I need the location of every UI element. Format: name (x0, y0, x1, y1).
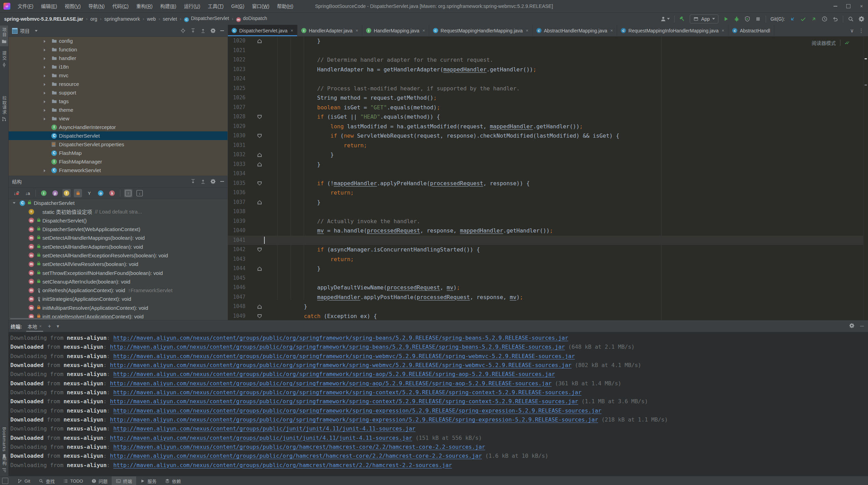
line-number[interactable]: 1029 (228, 122, 245, 131)
code-line-1041[interactable]: 1041 (228, 236, 863, 245)
fold-marker-icon[interactable] (258, 134, 262, 138)
run-with-coverage-button[interactable] (744, 16, 750, 22)
code-line-1031[interactable]: 1031return; (228, 141, 863, 150)
expand-all-button[interactable] (190, 179, 196, 184)
statusbar-item-services[interactable]: 服务 (136, 476, 161, 485)
stripe-tab-commit[interactable]: 提交 (0, 49, 8, 70)
tree-item-i18n[interactable]: i18n (9, 62, 228, 71)
settings-gear-button[interactable] (210, 179, 216, 184)
line-number[interactable]: 1037 (228, 198, 245, 207)
artifact-link[interactable]: http://maven.aliyun.com/nexus/content/gr… (113, 371, 555, 377)
editor-tab-AbstractHandl[interactable]: CAbstractHandl (728, 25, 774, 36)
code-line-1034[interactable]: 1034 (228, 169, 863, 179)
menu-T[interactable]: 工具(T) (204, 0, 228, 12)
chevron-right-icon[interactable] (44, 66, 46, 69)
artifact-link[interactable]: http://maven.aliyun.com/nexus/content/gr… (113, 389, 582, 396)
statusbar-item-problems[interactable]: 问题 (87, 476, 112, 485)
fold-marker-icon[interactable] (258, 248, 262, 252)
expand-all-button[interactable] (190, 28, 196, 33)
line-number[interactable]: 1024 (228, 74, 245, 84)
settings-gear-button[interactable] (210, 28, 216, 33)
statusbar-item-search[interactable]: 查找 (34, 476, 59, 485)
terminal-dropdown-icon[interactable]: ▼ (56, 324, 60, 329)
artifact-link[interactable]: http://maven.aliyun.com/nexus/content/gr… (113, 353, 575, 359)
chevron-down-icon[interactable] (13, 202, 16, 204)
git-update-button[interactable] (789, 16, 796, 22)
code-line-1026[interactable]: 1026String method = request.getMethod(); (228, 93, 863, 103)
breadcrumb-item[interactable]: web (147, 16, 156, 22)
artifact-link[interactable]: http://maven.aliyun.com/nexus/content/gr… (110, 398, 578, 405)
chevron-right-icon[interactable] (44, 57, 46, 60)
menu-GitG[interactable]: Git(G) (228, 0, 248, 12)
project-view-dropdown-icon[interactable] (35, 30, 38, 32)
chevron-right-icon[interactable] (44, 169, 46, 172)
show-anonymous-classes-button[interactable]: o (97, 189, 105, 197)
structure-horizontal-scrollbar[interactable] (10, 318, 113, 319)
editor-scrollbar-stripe[interactable] (863, 36, 868, 320)
fold-marker-icon[interactable] (258, 162, 262, 167)
structure-member[interactable]: msetDetectAllHandlerExceptionResolvers(b… (9, 251, 228, 260)
close-icon[interactable]: × (39, 324, 42, 329)
code-line-1023[interactable]: 1023HandlerAdapter ha = getHandlerAdapte… (228, 65, 863, 75)
menu-R[interactable]: 重构(R) (132, 0, 156, 12)
chevron-right-icon[interactable] (44, 109, 46, 112)
structure-member[interactable]: msetCleanupAfterInclude(boolean): void (9, 277, 228, 286)
close-icon[interactable]: × (526, 28, 528, 33)
fold-marker-icon[interactable] (258, 314, 262, 318)
line-number[interactable]: 1023 (228, 65, 245, 75)
tool-window-switcher-icon[interactable] (2, 478, 8, 484)
artifact-link[interactable]: http://maven.aliyun.com/nexus/content/gr… (110, 362, 572, 368)
hide-button[interactable] (220, 181, 224, 182)
code-line-1033[interactable]: 1033} (228, 160, 863, 169)
tree-item-mvc[interactable]: mvc (9, 71, 228, 80)
editor-tab-HandlerAdapter.java[interactable]: IHandlerAdapter.java× (297, 25, 362, 36)
tree-item-function[interactable]: function (9, 45, 228, 54)
tree-item-view[interactable]: view (9, 114, 228, 123)
line-number[interactable]: 1026 (228, 93, 245, 103)
menu-C[interactable]: 代码(C) (109, 0, 132, 12)
tree-item-config[interactable]: config (9, 37, 228, 45)
chevron-right-icon[interactable] (44, 75, 46, 77)
code-line-1037[interactable]: 1037} (228, 198, 863, 207)
structure-member[interactable]: CDispatcherServlet (9, 199, 228, 207)
menu-E[interactable]: 编辑(E) (37, 0, 61, 12)
line-number[interactable]: 1027 (228, 103, 245, 112)
structure-member[interactable]: minitMultipartResolver(ApplicationContex… (9, 304, 228, 312)
chevron-right-icon[interactable] (44, 118, 46, 120)
user-button[interactable] (660, 16, 670, 22)
close-icon[interactable]: × (610, 28, 613, 33)
terminal-tab-local[interactable]: 本地 × (26, 320, 43, 332)
breadcrumb-item[interactable]: spring-webmvc-5.2.9.RELEASE.jar (4, 16, 83, 22)
line-number[interactable]: 1048 (228, 302, 245, 311)
statusbar-item-terminal[interactable]: 终端 (112, 476, 136, 485)
show-lambdas-button[interactable]: λ (108, 189, 116, 197)
tree-item-FrameworkServlet[interactable]: CFrameworkServlet (9, 166, 228, 175)
fold-marker-icon[interactable] (258, 115, 262, 119)
code-line-1039[interactable]: 1039// Actually invoke the handler. (228, 217, 863, 226)
maximize-button[interactable] (842, 0, 855, 12)
statusbar-item-dependencies[interactable]: 依赖 (161, 476, 185, 485)
line-number[interactable]: 1049 (228, 311, 245, 320)
code-line-1048[interactable]: 1048} (228, 302, 863, 311)
structure-member[interactable]: msetDetectAllHandlerAdapters(boolean): v… (9, 242, 228, 251)
reader-mode-widget[interactable]: 阅读器模式 ✓✓ (812, 39, 850, 46)
close-button[interactable]: × (855, 0, 868, 12)
tree-item-tags[interactable]: tags (9, 97, 228, 106)
code-line-1046[interactable]: 1046applyDefaultViewName(processedReques… (228, 283, 863, 293)
code-line-1029[interactable]: 1029long lastModified = ha.getLastModifi… (228, 122, 863, 131)
close-icon[interactable]: × (722, 28, 725, 33)
stripe-tab-folder[interactable]: 项目 (0, 26, 8, 46)
settings-gear-icon[interactable] (849, 323, 855, 329)
autoscroll-to-source-button[interactable]: ↑ (124, 189, 132, 197)
stripe-tab-pull-request[interactable]: 拉取请求 (0, 94, 8, 124)
code-line-1032[interactable]: 1032} (228, 150, 863, 160)
show-properties-button[interactable]: p (51, 189, 59, 197)
sort-alphabetically-button[interactable]: ↓a (23, 189, 32, 197)
group-methods-button[interactable]: Y (85, 189, 93, 197)
code-line-1040[interactable]: 1040mv = ha.handle(processedRequest, res… (228, 226, 863, 236)
code-editor[interactable]: 1020}10211022// Determine handler adapte… (228, 36, 868, 320)
editor-tab-HandlerMapping.java[interactable]: IHandlerMapping.java× (362, 25, 429, 36)
code-line-1028[interactable]: 1028if (isGet || "HEAD".equals(method)) … (228, 112, 863, 122)
tree-item-handler[interactable]: handler (9, 54, 228, 62)
line-number[interactable]: 1041 (228, 236, 245, 245)
